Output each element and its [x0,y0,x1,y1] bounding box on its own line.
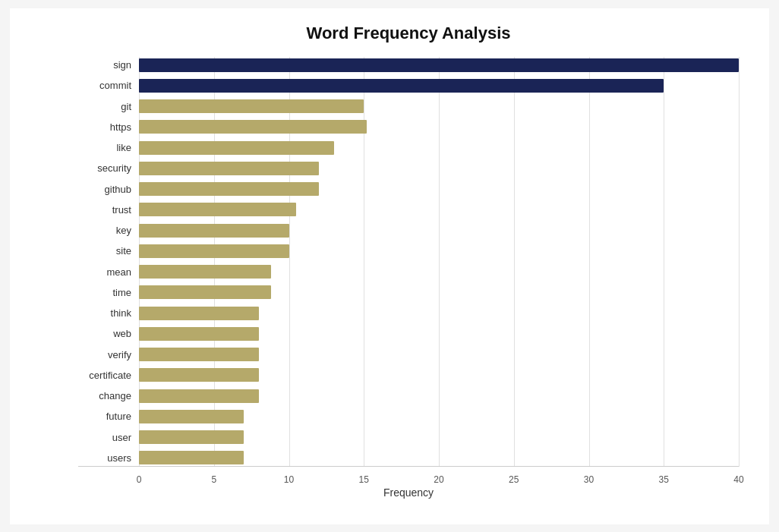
bar-row: think [78,305,739,322]
bar-track [139,140,739,156]
axis-bottom: 0510152025303540 Frequency [78,467,739,497]
x-ticks-container: 0510152025303540 [78,470,739,485]
bar-fill [139,430,244,444]
bar-track [139,326,739,342]
bar-track [139,57,739,74]
x-tick-label: 0 [137,474,142,485]
bar-fill [139,141,334,155]
bar-fill [139,162,319,175]
bar-fill [139,203,296,216]
bar-label: verify [78,349,139,360]
bar-row: verify [78,346,739,363]
bar-row: github [78,181,739,197]
bar-fill [139,224,289,238]
bar-fill [139,58,739,72]
bar-fill [139,79,664,93]
bar-label: trust [78,204,139,216]
bar-fill [139,285,271,299]
bar-row: future [78,408,739,425]
bar-label: mean [78,266,139,278]
x-axis-label: Frequency [78,486,739,499]
bar-label: certificate [78,370,139,381]
bar-fill [139,410,244,423]
bar-label: time [78,287,139,298]
bar-label: web [78,328,139,339]
bar-track [139,284,739,301]
bar-row: site [78,243,739,260]
x-tick-label: 15 [359,474,369,485]
bar-track [139,77,739,94]
grid-line [739,57,740,467]
bar-row: web [78,326,739,342]
bar-label: git [78,101,139,112]
bar-track [139,388,739,405]
x-tick-label: 25 [509,474,519,485]
x-tick-label: 10 [284,474,294,485]
chart-title: Word Frequency Analysis [78,24,739,43]
bar-row: git [78,98,739,115]
bar-label: sign [78,59,139,71]
bar-label: github [78,184,139,195]
bar-track [139,98,739,115]
bar-label: users [78,452,139,464]
bar-track [139,305,739,322]
bar-row: users [78,449,739,466]
bar-row: trust [78,201,739,218]
bar-track [139,346,739,363]
bar-track [139,263,739,280]
bar-fill [139,327,259,341]
bar-label: think [78,307,139,319]
bar-fill [139,348,259,361]
bar-row: user [78,429,739,445]
bar-label: https [78,121,139,133]
bar-fill [139,99,364,113]
bar-row: security [78,160,739,177]
bar-row: change [78,388,739,405]
x-tick-label: 40 [733,474,743,485]
chart-container: Word Frequency Analysis signcommitgithtt… [10,8,769,524]
bar-row: sign [78,57,739,74]
bar-track [139,429,739,445]
bar-fill [139,265,271,279]
bar-track [139,118,739,135]
bar-fill [139,182,319,196]
bar-fill [139,389,259,403]
bar-label: future [78,411,139,422]
bar-label: key [78,225,139,236]
bar-track [139,243,739,260]
bar-fill [139,120,367,134]
bar-row: like [78,140,739,156]
bar-row: https [78,118,739,135]
x-tick-label: 35 [659,474,669,485]
bar-fill [139,244,289,258]
bar-track [139,408,739,425]
bar-track [139,449,739,466]
bar-track [139,201,739,218]
bar-label: security [78,162,139,174]
bars-area: signcommitgithttpslikesecuritygithubtrus… [78,57,739,467]
bar-fill [139,451,244,464]
bar-label: change [78,390,139,401]
bar-row: certificate [78,367,739,383]
bar-track [139,367,739,383]
bar-fill [139,307,259,320]
chart-area: signcommitgithttpslikesecuritygithubtrus… [78,57,739,497]
bar-label: like [78,142,139,153]
x-tick-label: 20 [434,474,443,485]
bar-row: mean [78,263,739,280]
bar-row: commit [78,77,739,94]
bar-label: commit [78,80,139,91]
bar-label: user [78,432,139,443]
bar-track [139,160,739,177]
bar-track [139,222,739,239]
x-tick-label: 30 [584,474,594,485]
x-tick-label: 5 [211,474,216,485]
bar-row: key [78,222,739,239]
bar-row: time [78,284,739,301]
bar-label: site [78,245,139,257]
bar-fill [139,368,259,382]
bar-track [139,181,739,197]
